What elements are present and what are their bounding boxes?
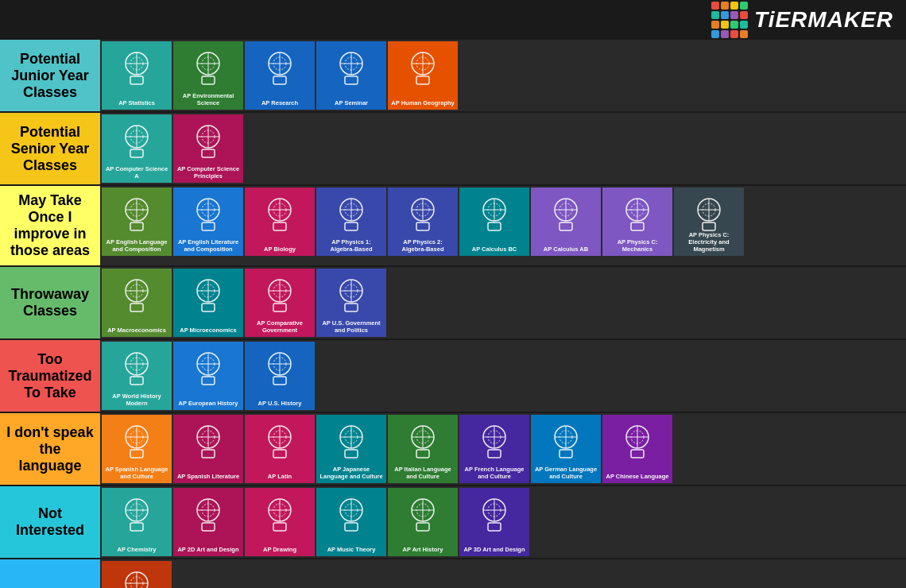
list-item[interactable]: AP Drawing <box>245 488 315 556</box>
item-icon <box>113 272 161 319</box>
item-icon <box>113 345 161 393</box>
list-item[interactable]: AP 2D Art and Design <box>173 488 243 556</box>
svg-rect-64 <box>488 222 501 230</box>
svg-rect-139 <box>416 450 429 458</box>
list-item[interactable]: AP Environmental Science <box>173 41 243 110</box>
list-item[interactable]: AP Statistics <box>102 41 172 110</box>
svg-rect-34 <box>202 149 215 157</box>
item-icon <box>113 564 161 588</box>
list-item[interactable]: AP English Language and Composition <box>102 188 172 256</box>
item-label: AP Spanish Language and Culture <box>105 466 168 480</box>
svg-rect-99 <box>345 304 358 311</box>
list-item[interactable]: AP Physics C: Mechanics <box>602 188 672 256</box>
item-icon <box>184 345 232 393</box>
list-item[interactable]: AP French Language and Culture <box>459 415 529 483</box>
svg-rect-59 <box>416 222 429 230</box>
list-item[interactable]: AP Computer Science A <box>102 114 172 183</box>
svg-rect-184 <box>488 523 501 531</box>
item-icon <box>184 118 232 165</box>
list-item[interactable]: AP Seminar <box>316 41 386 110</box>
tier-row-banned: Banned AP Psychology <box>0 559 906 588</box>
svg-rect-9 <box>202 76 215 84</box>
list-item[interactable]: AP Macroeconomics <box>102 269 172 337</box>
item-label: AP Italian Language and Culture <box>391 466 455 480</box>
item-label: AP U.S. History <box>258 400 302 407</box>
item-icon <box>470 491 518 539</box>
list-item[interactable]: AP Latin <box>245 415 315 483</box>
list-item[interactable]: AP Calculus BC <box>459 188 529 256</box>
item-label: AP U.S. Government and Politics <box>319 319 383 334</box>
list-item[interactable]: AP English Literature and Composition <box>173 188 243 256</box>
svg-rect-134 <box>345 450 358 458</box>
list-item[interactable]: AP Psychology <box>102 561 172 588</box>
list-item[interactable]: AP Microeconomics <box>173 269 243 337</box>
item-label: AP Macroeconomics <box>107 327 166 334</box>
list-item[interactable]: AP Chinese Language <box>602 415 672 483</box>
list-item[interactable]: AP Chemistry <box>102 488 172 556</box>
svg-rect-124 <box>202 450 215 458</box>
list-item[interactable]: AP Art History <box>388 488 458 556</box>
svg-rect-24 <box>416 76 429 84</box>
item-icon <box>184 491 232 539</box>
list-item[interactable]: AP Research <box>245 41 315 110</box>
item-label: AP Human Geography <box>391 99 454 106</box>
list-item[interactable]: AP Calculus AB <box>531 188 601 256</box>
list-item[interactable]: AP U.S. Government and Politics <box>316 269 386 337</box>
item-icon <box>184 418 232 466</box>
item-label: AP Comparative Government <box>248 319 312 334</box>
tier-items-traumatized: AP World History Modern AP European Hist… <box>100 340 906 412</box>
item-label: AP Statistics <box>118 99 155 106</box>
svg-rect-74 <box>631 222 644 230</box>
tier-label-maytake: May Take Once I improve in those areas <box>0 186 100 265</box>
list-item[interactable]: AP Spanish Language and Culture <box>102 415 172 483</box>
list-item[interactable]: AP German Language and Culture <box>531 415 601 483</box>
item-label: AP Seminar <box>335 99 368 106</box>
svg-rect-49 <box>273 222 286 230</box>
item-icon <box>256 44 304 92</box>
list-item[interactable]: AP Japanese Language and Culture <box>316 415 386 483</box>
item-label: AP English Literature and Composition <box>176 238 240 253</box>
item-label: AP Calculus BC <box>472 246 517 253</box>
svg-rect-144 <box>488 450 501 458</box>
item-icon <box>327 418 375 466</box>
item-label: AP Chemistry <box>117 546 156 553</box>
svg-rect-149 <box>559 450 572 458</box>
list-item[interactable]: AP Physics 1: Algebra-Based <box>316 188 386 256</box>
item-icon <box>399 491 447 539</box>
header: TiERMAKER <box>0 0 906 40</box>
tier-label-junior: Potential Junior Year Classes <box>0 40 100 111</box>
tier-label-senior: Potential Senior Year Classes <box>0 113 100 184</box>
item-label: AP Latin <box>268 473 292 480</box>
list-item[interactable]: AP Biology <box>245 188 315 256</box>
item-label: AP Physics C: Electricity and Magnetism <box>677 231 741 253</box>
list-item[interactable]: AP World History Modern <box>102 342 172 410</box>
item-label: AP Microeconomics <box>180 327 237 334</box>
tier-row-throwaway: Throwaway Classes AP Macroeconomics AP M… <box>0 267 906 340</box>
item-icon <box>184 272 232 319</box>
item-icon <box>113 44 161 92</box>
tiermaker-logo: TiERMAKER <box>711 2 893 38</box>
list-item[interactable]: AP U.S. History <box>245 342 315 410</box>
list-item[interactable]: AP Physics C: Electricity and Magnetism <box>674 188 744 256</box>
list-item[interactable]: AP Italian Language and Culture <box>388 415 458 483</box>
item-label: AP 2D Art and Design <box>177 546 238 553</box>
list-item[interactable]: AP European History <box>173 342 243 410</box>
tier-label-language: I don't speak the language <box>0 413 100 485</box>
item-icon <box>614 418 661 466</box>
list-item[interactable]: AP Comparative Government <box>245 269 315 337</box>
item-label: AP Research <box>261 99 298 106</box>
item-label: AP Environmental Science <box>176 92 240 106</box>
tier-items-banned: AP Psychology <box>100 559 906 588</box>
svg-rect-29 <box>130 149 143 157</box>
item-icon <box>113 418 161 466</box>
list-item[interactable]: AP Music Theory <box>316 488 386 556</box>
list-item[interactable]: AP Physics 2: Algebra-Based <box>388 188 458 256</box>
list-item[interactable]: AP 3D Art and Design <box>459 488 529 556</box>
svg-rect-54 <box>345 222 358 230</box>
item-label: AP French Language and Culture <box>463 466 526 480</box>
list-item[interactable]: AP Computer Science Principles <box>173 114 243 183</box>
list-item[interactable]: AP Human Geography <box>388 41 458 110</box>
svg-rect-84 <box>130 304 143 311</box>
list-item[interactable]: AP Spanish Literature <box>173 415 243 483</box>
svg-rect-89 <box>202 304 215 311</box>
